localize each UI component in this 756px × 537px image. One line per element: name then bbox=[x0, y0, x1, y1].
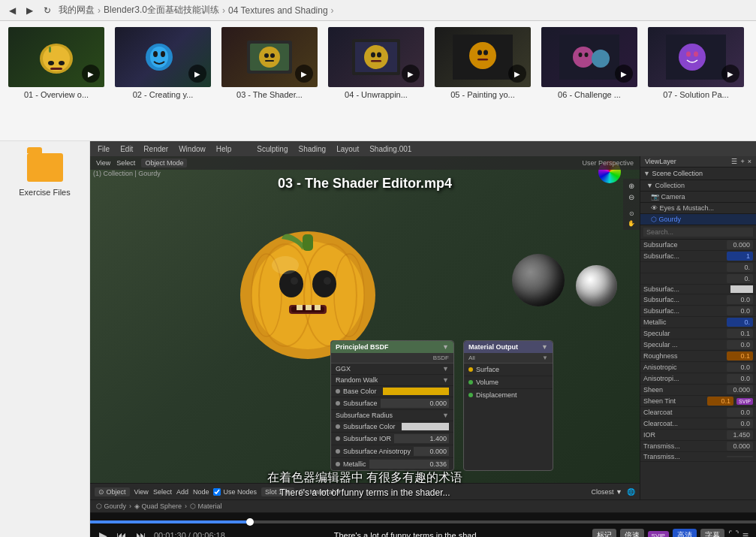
thumb-image-6: ▶ bbox=[541, 27, 637, 87]
props-ior: IOR 1.450 bbox=[640, 430, 756, 441]
menu-button[interactable]: ≡ bbox=[742, 529, 748, 537]
subtitle-en: There's a lot of funny terms in the shad… bbox=[279, 487, 450, 498]
toolbar-view[interactable]: View bbox=[134, 488, 149, 496]
metallic-val[interactable]: 0.336 bbox=[369, 460, 449, 469]
toolbar-icon-3[interactable]: ⊙ bbox=[629, 210, 634, 217]
thumb-item-7[interactable]: ▶ 07 - Solution Pa... bbox=[647, 27, 745, 99]
thumb-item-6[interactable]: ▶ 06 - Challenge ... bbox=[541, 27, 638, 99]
play-button[interactable]: ▶ bbox=[98, 528, 109, 537]
menu-help[interactable]: Help bbox=[212, 145, 236, 153]
toolbar-add[interactable]: Add bbox=[176, 488, 188, 496]
menu-shading[interactable]: Shading bbox=[294, 145, 330, 153]
thumb-image-5: ▶ bbox=[435, 27, 531, 87]
toolbar-select[interactable]: Select bbox=[153, 488, 172, 496]
svg-point-31 bbox=[585, 53, 589, 57]
output-displacement: Displacement bbox=[464, 389, 553, 401]
play-icon-5: ▶ bbox=[508, 65, 526, 83]
toolbar-icon-1[interactable]: ⊕ bbox=[628, 182, 634, 190]
object-mode-dropdown[interactable]: Object Mode bbox=[141, 158, 187, 167]
play-icon-7: ▶ bbox=[721, 65, 739, 83]
svg-rect-5 bbox=[50, 68, 62, 70]
thumb-item-4[interactable]: ▶ 04 - Unwrappin... bbox=[327, 27, 425, 99]
menu-layout[interactable]: Layout bbox=[332, 145, 363, 153]
folder-icon[interactable] bbox=[27, 153, 63, 182]
display-options[interactable]: 🌐 bbox=[627, 488, 635, 496]
principled-header: Principled BSDF ▼ bbox=[331, 341, 453, 353]
node-subsurface-radius[interactable]: Subsurface Radius▼ bbox=[331, 410, 453, 421]
scene-eyes[interactable]: 👁 Eyes & Mustach... bbox=[640, 203, 756, 214]
thumb-item-5[interactable]: ▶ 05 - Painting yo... bbox=[434, 27, 532, 99]
right-panel: ViewLayer ☰ + × ▼ Scene Collection ▼ Col… bbox=[640, 156, 756, 499]
closest-dropdown[interactable]: Closest ▼ bbox=[592, 488, 622, 496]
menu-shading001[interactable]: Shading.001 bbox=[365, 145, 416, 153]
play-icon-3: ▶ bbox=[295, 65, 313, 83]
fullscreen-button[interactable]: ⛶ bbox=[728, 529, 739, 537]
forward-button[interactable]: ▶ bbox=[23, 4, 36, 17]
node-ggx[interactable]: GGX▼ bbox=[331, 364, 453, 375]
back-button[interactable]: ◀ bbox=[6, 4, 19, 17]
right-panel-header: ViewLayer ☰ + × bbox=[640, 156, 756, 167]
props-subsurface3: Subsurfac... 0.0 bbox=[640, 306, 756, 317]
thumb-item-3[interactable]: ▶ 03 - The Shader... bbox=[221, 27, 318, 99]
mark-button[interactable]: 标记 bbox=[592, 529, 616, 537]
panel-icon-2[interactable]: + bbox=[740, 158, 744, 165]
path-gourdy[interactable]: ⬡ Gourdy bbox=[96, 502, 126, 510]
svip-button[interactable]: SVIP bbox=[648, 531, 669, 538]
props-clearcoat: Clearcoat 0.0 bbox=[640, 407, 756, 418]
refresh-button[interactable]: ↻ bbox=[41, 4, 54, 17]
toolbar-icon-2[interactable]: ⊖ bbox=[628, 193, 634, 201]
prev-button[interactable]: ⏮ bbox=[115, 528, 128, 537]
thumb-label-4: 04 - Unwrappin... bbox=[327, 90, 425, 99]
props-subsurface-1: Subsurfac... 1 bbox=[640, 251, 756, 262]
svg-point-24 bbox=[477, 50, 482, 56]
menu-file[interactable]: File bbox=[93, 145, 114, 153]
svg-point-45 bbox=[291, 277, 298, 285]
panel-icon-1[interactable]: ☰ bbox=[731, 158, 737, 165]
sub-button[interactable]: 字幕 bbox=[700, 529, 724, 537]
menu-window[interactable]: Window bbox=[174, 145, 210, 153]
toolbar-node[interactable]: Node bbox=[193, 488, 209, 496]
path-material[interactable]: ⬡ Material bbox=[190, 502, 222, 510]
speed-button[interactable]: 倍速 bbox=[620, 529, 644, 537]
subsurface-val[interactable]: 0.000 bbox=[381, 399, 449, 408]
breadcrumb-home[interactable]: 我的网盘 bbox=[59, 4, 95, 17]
select-menu[interactable]: Select bbox=[116, 159, 135, 167]
toolbar-icon-4[interactable]: ✋ bbox=[628, 220, 635, 227]
svg-point-30 bbox=[579, 53, 583, 57]
path-quad-sphere[interactable]: ◈ Quad Sphere bbox=[134, 502, 182, 510]
breadcrumb-section[interactable]: 04 Textures and Shading bbox=[228, 5, 328, 16]
thumb-image-2: ▶ bbox=[115, 27, 211, 87]
subsurface-aniso-val[interactable]: 0.000 bbox=[414, 447, 449, 456]
node-random-walk[interactable]: Random Walk▼ bbox=[331, 375, 453, 386]
thumb-item-2[interactable]: ▶ 02 - Creating y... bbox=[114, 27, 212, 99]
toolbar-object[interactable]: ⊙ Object bbox=[95, 487, 130, 496]
output-sub[interactable]: All ▼ bbox=[464, 353, 553, 364]
props-search-input[interactable] bbox=[643, 228, 753, 237]
blender-menu: File Edit Render Window Help Sculpting S… bbox=[90, 141, 756, 156]
viewport-toolbar: ⊕ ⊖ ⊙ ✋ bbox=[623, 179, 640, 230]
subsurface-color-prop[interactable] bbox=[730, 285, 753, 293]
scene-gourdy[interactable]: ⬡ Gourdy bbox=[640, 214, 756, 225]
progress-bar[interactable] bbox=[90, 520, 756, 523]
thumb-item-1[interactable]: ▶ 01 - Overview o... bbox=[8, 27, 105, 99]
menu-render[interactable]: Render bbox=[139, 145, 173, 153]
base-color-swatch[interactable] bbox=[383, 388, 449, 395]
main-area: Exercise Files File Edit Render Window H… bbox=[0, 141, 756, 537]
svg-point-34 bbox=[686, 52, 691, 57]
next-button[interactable]: ⏭ bbox=[134, 528, 148, 537]
menu-edit[interactable]: Edit bbox=[116, 145, 137, 153]
progress-handle[interactable] bbox=[246, 518, 254, 526]
subsurface-ior-val[interactable]: 1.400 bbox=[394, 434, 449, 443]
menu-sculpting[interactable]: Sculpting bbox=[252, 145, 292, 153]
panel-icon-3[interactable]: × bbox=[748, 158, 751, 165]
svg-point-4 bbox=[59, 61, 65, 65]
breadcrumb-course[interactable]: Blender3.0全面基础技能训练 bbox=[104, 4, 219, 17]
subsurface-color-swatch[interactable] bbox=[402, 423, 449, 430]
scene-camera[interactable]: 📷 Camera bbox=[640, 192, 756, 203]
svg-point-46 bbox=[324, 277, 331, 285]
view-menu[interactable]: View bbox=[96, 159, 110, 167]
hd-button[interactable]: 高清 bbox=[673, 529, 697, 537]
player-subtitle: There's a lot of funny terms in the shad… bbox=[231, 531, 586, 537]
use-nodes-checkbox[interactable] bbox=[213, 488, 221, 496]
output-volume: Volume bbox=[464, 376, 553, 389]
